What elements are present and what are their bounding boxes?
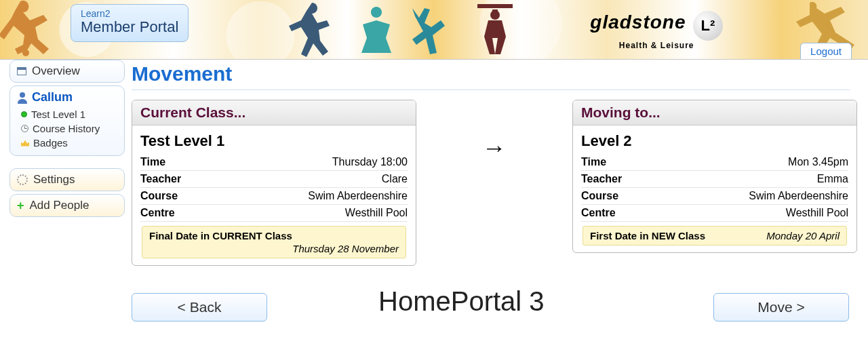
sidebar-settings-label: Settings <box>33 173 75 187</box>
divider <box>132 90 850 90</box>
svg-point-1 <box>490 10 500 20</box>
portal-badge-small: Learn2 <box>81 9 178 19</box>
note-title: Final Date in CURRENT Class <box>149 230 292 241</box>
crown-icon <box>21 140 29 147</box>
kv-val: Swim Aberdeenshire <box>308 190 408 202</box>
back-button[interactable]: < Back <box>132 293 267 322</box>
moving-to-title: Level 2 <box>581 132 848 150</box>
brand: gladstone Health & Leisure <box>590 11 723 50</box>
watermark: HomePortal 3 <box>378 286 545 317</box>
portal-badge-big: Member Portal <box>81 19 178 35</box>
person-icon <box>17 92 28 104</box>
sidebar-item-history[interactable]: Course History <box>17 121 117 136</box>
sidebar-member-section: Callum Test Level 1 Course History Badge… <box>9 85 125 156</box>
sidebar-item-label: Course History <box>33 123 100 134</box>
kv-val: Swim Aberdeenshire <box>749 190 848 202</box>
moving-to-header: Moving to... <box>573 100 856 125</box>
clock-icon <box>21 125 28 132</box>
sidebar-add-people-label: Add People <box>30 199 90 212</box>
kv-val: Westhill Pool <box>345 207 408 219</box>
sport-kicker-icon <box>0 0 68 58</box>
sidebar-overview-label: Overview <box>32 64 80 78</box>
note-title: First Date in NEW Class <box>590 230 705 241</box>
kv-key: Teacher <box>140 173 181 185</box>
svg-point-2 <box>20 92 25 98</box>
sport-stretch-icon <box>408 4 446 58</box>
sidebar-member-head[interactable]: Callum <box>17 90 117 104</box>
header-banner: Learn2 Member Portal gladstone Health & … <box>0 0 868 60</box>
current-class-card: Current Class... Test Level 1 TimeThursd… <box>132 100 416 266</box>
plus-icon: + <box>17 201 24 210</box>
kv-val: Mon 3.45pm <box>788 156 848 168</box>
move-button[interactable]: Move > <box>713 293 849 322</box>
sidebar-item-level[interactable]: Test Level 1 <box>17 107 117 121</box>
overview-icon <box>17 67 26 75</box>
brand-l2-icon <box>693 11 723 41</box>
note-date: Thursday 28 November <box>149 243 399 254</box>
sport-yoga-icon <box>353 5 400 58</box>
kv-val: Emma <box>817 173 848 185</box>
moving-note: First Date in NEW Class Monday 20 April <box>583 226 847 246</box>
sport-runner-icon <box>285 0 339 60</box>
kv-key: Course <box>140 190 178 202</box>
sidebar-add-people[interactable]: + Add People <box>9 194 125 217</box>
footer-row: < Back HomePortal 3 Move > <box>132 293 857 328</box>
kv-val: Thursday 18:00 <box>332 156 408 168</box>
sidebar-item-label: Test Level 1 <box>31 109 85 120</box>
kv-key: Centre <box>581 207 616 219</box>
current-class-title: Test Level 1 <box>140 132 408 150</box>
current-note: Final Date in CURRENT Class Thursday 28 … <box>142 226 406 258</box>
kv-key: Time <box>581 156 606 168</box>
portal-badge: Learn2 Member Portal <box>71 4 189 42</box>
sidebar: Overview Callum Test Level 1 Course Hist… <box>9 60 125 220</box>
svg-point-0 <box>22 50 29 56</box>
sidebar-item-label: Badges <box>33 137 68 149</box>
kv-val: Clare <box>382 173 408 185</box>
brand-sub: Health & Leisure <box>590 41 723 50</box>
kv-key: Centre <box>140 207 175 219</box>
kv-key: Teacher <box>581 173 622 185</box>
kv-key: Course <box>581 190 618 202</box>
sport-lifter-icon <box>475 0 515 58</box>
page-title: Movement <box>132 62 857 85</box>
sidebar-item-badges[interactable]: Badges <box>17 136 117 150</box>
brand-name: gladstone <box>590 12 686 33</box>
sidebar-settings[interactable]: Settings <box>9 168 125 191</box>
gear-icon <box>17 174 28 185</box>
kv-val: Westhill Pool <box>786 207 848 219</box>
sidebar-overview[interactable]: Overview <box>9 60 125 83</box>
kv-key: Time <box>140 156 165 168</box>
main: Movement Current Class... Test Level 1 T… <box>132 62 857 328</box>
arrow-icon: → <box>416 100 572 162</box>
sidebar-member-name: Callum <box>32 90 73 104</box>
moving-to-card: Moving to... Level 2 TimeMon 3.45pm Teac… <box>572 100 857 253</box>
green-dot-icon <box>21 111 27 117</box>
cards-row: Current Class... Test Level 1 TimeThursd… <box>132 100 857 266</box>
current-class-header: Current Class... <box>132 100 416 125</box>
logout-tab[interactable]: Logout <box>800 43 852 60</box>
note-date: Monday 20 April <box>766 230 840 241</box>
